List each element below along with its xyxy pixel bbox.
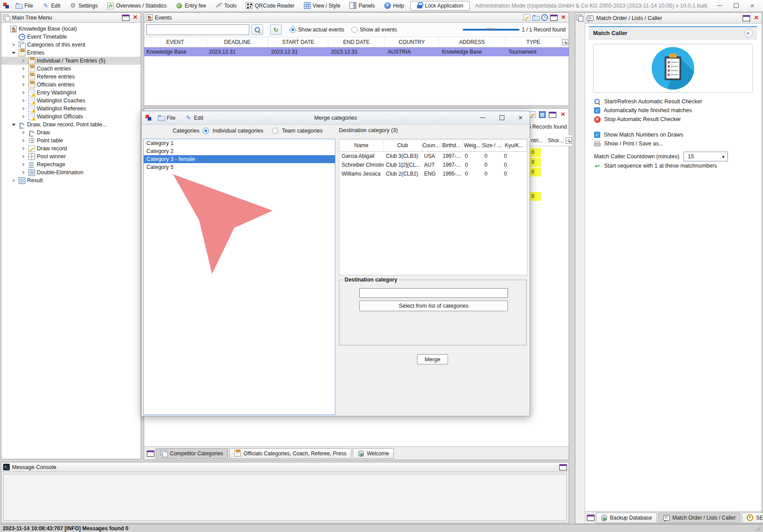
- tree-item-draw-record[interactable]: Draw record: [1, 145, 141, 153]
- clock-icon[interactable]: [541, 14, 548, 21]
- column-header[interactable]: END DATE: [328, 37, 385, 47]
- column-header[interactable]: Shor...: [546, 135, 564, 146]
- menu-view-style[interactable]: View / Style: [301, 1, 343, 10]
- member-row[interactable]: Williams Jessica Club 2(CLB2) ENG 1995-.…: [339, 169, 527, 178]
- show-all-events-radio[interactable]: [351, 27, 358, 33]
- stop-result-checker[interactable]: Stop Automatic Result Checker: [589, 115, 757, 124]
- menu-help[interactable]: Help: [381, 1, 407, 10]
- tree-item-pool-winner[interactable]: Pool winner: [1, 153, 141, 160]
- menu-qrcode-reader[interactable]: QRCode Reader: [243, 1, 297, 10]
- tree-item-draw[interactable]: Draw: [1, 129, 141, 137]
- chevron-right-icon[interactable]: [22, 130, 27, 135]
- chevron-right-icon[interactable]: [22, 162, 27, 167]
- tree-item-entries[interactable]: Entries: [1, 49, 141, 57]
- chevron-down-icon[interactable]: [12, 51, 17, 55]
- tree-item-draw-group[interactable]: Draw, Draw record, Point table...: [1, 121, 141, 129]
- tree-item-waitinglist-coaches[interactable]: Waitinglist Coaches: [1, 97, 141, 105]
- close-icon[interactable]: [753, 15, 760, 21]
- chevron-down-icon[interactable]: [12, 122, 17, 127]
- folder-icon[interactable]: [532, 14, 539, 21]
- event-row-selected[interactable]: Knowledge Base 2023.12.31 2023.12.31 202…: [144, 47, 569, 56]
- column-header[interactable]: ADDRESS: [439, 37, 506, 47]
- team-categories-radio[interactable]: [272, 128, 278, 134]
- edit-icon[interactable]: [529, 111, 536, 118]
- tree-item-result[interactable]: Result: [1, 176, 141, 184]
- menu-overviews-statistics[interactable]: Overviews / Statistics: [104, 1, 169, 10]
- chevron-right-icon[interactable]: [22, 74, 27, 79]
- tab-backup-database[interactable]: Backup Database: [596, 512, 657, 523]
- show-match-numbers-checkbox-row[interactable]: Show Match Numbers on Draws: [589, 130, 757, 139]
- tree-item-knowledge-base[interactable]: Knowledge Base (local): [1, 25, 141, 33]
- maximize-icon[interactable]: [549, 112, 556, 118]
- merge-button[interactable]: Merge: [417, 354, 448, 364]
- tab-officials-categories[interactable]: Officials Categories, Coach, Referee, Pr…: [229, 448, 351, 459]
- menu-settings[interactable]: Settings: [67, 1, 101, 10]
- column-picker[interactable]: [562, 37, 569, 47]
- column-header[interactable]: Weig...: [463, 140, 482, 151]
- tree-item-entry-waitinglist[interactable]: Entry Waitinglist: [1, 89, 141, 97]
- maximize-icon[interactable]: [550, 15, 558, 21]
- maximize-icon[interactable]: [587, 515, 594, 521]
- minimize-icon[interactable]: [480, 117, 485, 118]
- chevron-right-icon[interactable]: [22, 90, 27, 95]
- checkbox-checked-icon[interactable]: [594, 132, 600, 138]
- chevron-collapse-icon[interactable]: [744, 29, 753, 37]
- chevron-right-icon[interactable]: [12, 43, 17, 47]
- chevron-right-icon[interactable]: [22, 114, 27, 119]
- maximize-icon[interactable]: [559, 464, 567, 470]
- close-icon[interactable]: [559, 111, 566, 118]
- menu-entry-fee[interactable]: Entry fee: [173, 1, 209, 10]
- column-header[interactable]: EVENT: [144, 37, 207, 47]
- select-from-list-button[interactable]: Select from list of categories: [359, 301, 508, 311]
- category-list-item-selected[interactable]: Category 3 - female: [144, 155, 335, 163]
- message-console-body[interactable]: [3, 474, 567, 521]
- tree-item-waitinglist-referees[interactable]: Waitinglist Referees: [1, 105, 141, 113]
- tree-item-referee-entries[interactable]: Referee entries: [1, 73, 141, 81]
- maximize-icon[interactable]: [499, 115, 504, 120]
- column-header[interactable]: TYPE: [505, 37, 562, 47]
- menu-tools[interactable]: Tools: [212, 1, 240, 10]
- member-row[interactable]: Garcia Abigail Club 3(CLB3) USA 1997-...…: [339, 152, 527, 160]
- tree-item-waitinglist-officials[interactable]: Waitinglist Officials: [1, 113, 141, 121]
- category-list-item[interactable]: Category 1: [144, 139, 335, 147]
- chevron-right-icon[interactable]: [22, 98, 27, 103]
- maximize-icon[interactable]: [122, 15, 130, 21]
- chevron-right-icon[interactable]: [12, 178, 17, 183]
- column-header[interactable]: Name: [339, 140, 384, 151]
- tab-match-order[interactable]: Match Order / Lists / Caller: [658, 512, 741, 523]
- close-icon[interactable]: ×: [519, 114, 523, 121]
- menu-panels[interactable]: Panels: [346, 1, 378, 10]
- tree-item-individual-team-entries[interactable]: Individual / Team Entries (5): [1, 57, 141, 65]
- tree-item-event-timetable[interactable]: Event Timetable: [1, 33, 141, 41]
- tree-item-point-table[interactable]: Point table: [1, 137, 141, 145]
- tab-set-dtm[interactable]: SET DTM: [742, 512, 763, 523]
- tree-item-categories-of-this-event[interactable]: Categories of this event: [1, 41, 141, 49]
- category-list-item[interactable]: Category 2: [144, 147, 335, 155]
- individual-categories-radio[interactable]: [203, 128, 209, 134]
- chevron-right-icon[interactable]: [22, 106, 27, 111]
- column-header[interactable]: Birthd...: [440, 140, 463, 151]
- chevron-right-icon[interactable]: [22, 66, 27, 71]
- column-picker[interactable]: [564, 135, 572, 146]
- close-icon[interactable]: ×: [750, 2, 754, 9]
- tab-competitor-categories[interactable]: Competitor Categories: [156, 448, 228, 459]
- show-actual-events-radio[interactable]: [290, 27, 296, 33]
- minimize-icon[interactable]: [717, 5, 722, 6]
- tree-item-officials-entries[interactable]: Officials entries: [1, 81, 141, 89]
- tree-item-coach-entries[interactable]: Coach entries: [1, 65, 141, 73]
- close-icon[interactable]: [560, 14, 567, 21]
- start-refresh-result-checker[interactable]: Start/Refresh Automatic Result Checker: [589, 97, 757, 106]
- lock-application-button[interactable]: Lock Application: [410, 1, 470, 11]
- column-header[interactable]: Size / ...: [482, 140, 502, 151]
- tree-item-double-elimination[interactable]: Double-Elimination: [1, 168, 141, 176]
- pages-icon[interactable]: [577, 15, 583, 21]
- search-button[interactable]: [252, 24, 263, 35]
- chevron-right-icon[interactable]: [22, 154, 27, 159]
- maximize-icon[interactable]: [743, 15, 750, 21]
- column-header[interactable]: COUNTRY: [385, 37, 439, 47]
- chevron-right-icon[interactable]: [22, 170, 27, 175]
- events-search-input[interactable]: [146, 24, 249, 35]
- menu-edit[interactable]: Edit: [39, 1, 63, 10]
- category-list-item[interactable]: Category 5: [144, 163, 335, 171]
- show-print-save[interactable]: Show / Print / Save as...: [589, 139, 757, 148]
